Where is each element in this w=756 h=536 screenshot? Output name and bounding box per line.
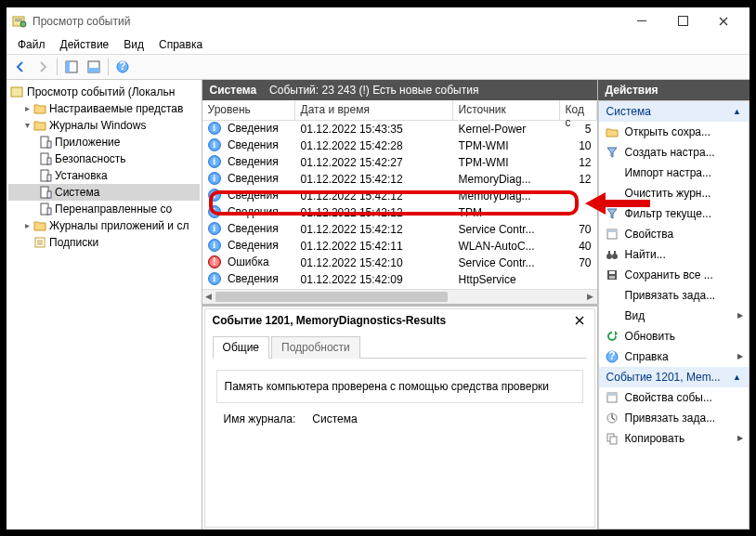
tree-custom-views[interactable]: ▸Настраиваемые представ <box>8 100 200 117</box>
event-grid-body[interactable]: Сведения01.12.2022 15:43:35Kernel-Power5… <box>202 121 597 289</box>
svg-rect-20 <box>47 208 51 215</box>
table-row[interactable]: Сведения01.12.2022 15:42:12MemoryDiag... <box>202 188 597 204</box>
navigation-tree[interactable]: Просмотр событий (Локальн ▸Настраиваемые… <box>7 80 202 529</box>
toolbar: ? <box>7 54 749 80</box>
info-icon <box>208 272 223 287</box>
info-icon <box>208 205 223 220</box>
center-event-count: Событий: 23 243 (!) Есть новые события <box>269 84 478 97</box>
column-datetime[interactable]: Дата и время <box>295 100 453 120</box>
actions-panel: Действия Система▲ Открыть сохра... Созда… <box>598 80 749 529</box>
action-attach-task[interactable]: Привязать зада... <box>599 285 749 306</box>
event-grid-header[interactable]: Уровень Дата и время Источник Код с <box>202 100 597 121</box>
svg-rect-18 <box>47 191 51 198</box>
table-row[interactable]: Сведения01.12.2022 15:42:12MemoryDiag...… <box>202 171 597 188</box>
maximize-button[interactable] <box>662 7 703 35</box>
column-source[interactable]: Источник <box>453 100 560 120</box>
detail-close-button[interactable] <box>572 313 587 328</box>
table-row[interactable]: Сведения01.12.2022 15:42:12Service Contr… <box>202 221 597 238</box>
scrollbar-thumb[interactable] <box>215 292 448 302</box>
detail-panel: Событие 1201, MemoryDiagnostics-Results … <box>204 308 595 528</box>
action-save-all[interactable]: Сохранить все ... <box>599 265 749 285</box>
action-find[interactable]: Найти... <box>599 244 749 265</box>
center-panel: Система Событий: 23 243 (!) Есть новые с… <box>202 80 598 529</box>
folder-icon <box>33 118 47 133</box>
close-button[interactable] <box>703 7 744 35</box>
action-help[interactable]: ?Справка▶ <box>599 346 749 367</box>
table-row[interactable]: Сведения01.12.2022 15:42:12TPM <box>202 204 597 221</box>
svg-text:?: ? <box>608 350 615 362</box>
menu-view[interactable]: Вид <box>116 36 151 53</box>
window-frame: Просмотр событий Файл Действие Вид Справ… <box>6 7 750 530</box>
action-event-properties[interactable]: Свойства собы... <box>599 387 749 408</box>
svg-rect-29 <box>609 271 615 274</box>
table-row[interactable]: Сведения01.12.2022 15:42:28TPM-WMI10 <box>202 137 597 154</box>
svg-rect-16 <box>47 175 51 181</box>
show-detail-button[interactable] <box>84 57 104 77</box>
tab-details[interactable]: Подробности <box>271 336 360 359</box>
svg-point-3 <box>20 21 26 27</box>
svg-rect-30 <box>609 276 615 279</box>
annotation-arrow <box>585 190 650 217</box>
window-title: Просмотр событий <box>33 15 621 28</box>
action-refresh[interactable]: Обновить <box>599 326 749 346</box>
show-tree-button[interactable] <box>61 57 82 77</box>
column-level[interactable]: Уровень <box>202 100 295 120</box>
tree-windows-logs[interactable]: ▾Журналы Windows <box>8 117 200 134</box>
tree-system[interactable]: Система <box>8 184 200 201</box>
svg-rect-37 <box>610 437 617 444</box>
minimize-button[interactable] <box>621 7 662 35</box>
action-create-view[interactable]: Создать настра... <box>599 142 749 163</box>
task-icon <box>605 288 619 303</box>
help-button[interactable]: ? <box>112 57 133 77</box>
svg-rect-12 <box>47 141 51 148</box>
tree-forwarded[interactable]: Перенаправленные со <box>8 201 200 217</box>
log-icon <box>38 185 53 200</box>
tree-application[interactable]: Приложение <box>8 134 200 150</box>
action-event-attach[interactable]: Привязать зада... <box>599 408 749 428</box>
tree-app-services-logs[interactable]: ▸Журналы приложений и сл <box>8 217 200 234</box>
tree-setup[interactable]: Установка <box>8 167 200 184</box>
center-title: Система <box>210 84 257 97</box>
table-row[interactable]: Сведения01.12.2022 15:42:09HttpService <box>202 271 597 288</box>
save-icon <box>605 268 619 282</box>
menu-action[interactable]: Действие <box>53 36 117 53</box>
error-icon <box>208 255 223 270</box>
tree-subscriptions[interactable]: Подписки <box>8 234 200 251</box>
folder-icon <box>33 101 47 116</box>
horizontal-scrollbar[interactable]: ◀▶ <box>202 289 597 304</box>
svg-rect-26 <box>608 251 610 255</box>
back-button[interactable] <box>10 57 31 77</box>
tab-general[interactable]: Общие <box>213 336 269 359</box>
info-icon <box>208 138 223 153</box>
tree-security[interactable]: Безопасность <box>8 150 200 167</box>
subscriptions-icon <box>33 235 47 250</box>
action-section-event[interactable]: Событие 1201, Mem...▲ <box>599 367 749 387</box>
action-copy[interactable]: Копировать▶ <box>599 428 749 449</box>
log-icon <box>38 168 53 183</box>
tree-root[interactable]: Просмотр событий (Локальн <box>8 84 200 100</box>
funnel-icon <box>605 145 619 160</box>
table-row[interactable]: Сведения01.12.2022 15:43:35Kernel-Power5 <box>202 121 597 137</box>
table-row[interactable]: Ошибка01.12.2022 15:42:10Service Contr..… <box>202 255 597 271</box>
log-icon <box>38 202 53 216</box>
action-open-saved[interactable]: Открыть сохра... <box>599 122 749 142</box>
svg-rect-10 <box>11 87 22 97</box>
forward-button[interactable] <box>33 57 53 77</box>
column-code[interactable]: Код с <box>560 100 597 120</box>
menu-file[interactable]: Файл <box>10 36 53 53</box>
app-icon <box>12 14 27 29</box>
detail-message: Память компьютера проверена с помощью ср… <box>216 370 583 403</box>
info-icon <box>208 172 223 187</box>
action-import-view[interactable]: Импорт настра... <box>599 163 749 183</box>
action-view[interactable]: Вид▶ <box>599 306 749 326</box>
task-icon <box>605 411 619 425</box>
table-row[interactable]: Сведения01.12.2022 15:42:27TPM-WMI12 <box>202 154 597 171</box>
action-properties[interactable]: Свойства <box>599 224 749 244</box>
svg-rect-27 <box>614 251 616 255</box>
action-section-system[interactable]: Система▲ <box>599 101 749 122</box>
log-icon <box>38 151 53 166</box>
event-grid-wrap: Уровень Дата и время Источник Код с Свед… <box>202 100 597 307</box>
menu-help[interactable]: Справка <box>151 36 210 53</box>
table-row[interactable]: Сведения01.12.2022 15:42:11WLAN-AutoC...… <box>202 238 597 255</box>
svg-rect-34 <box>607 393 617 396</box>
